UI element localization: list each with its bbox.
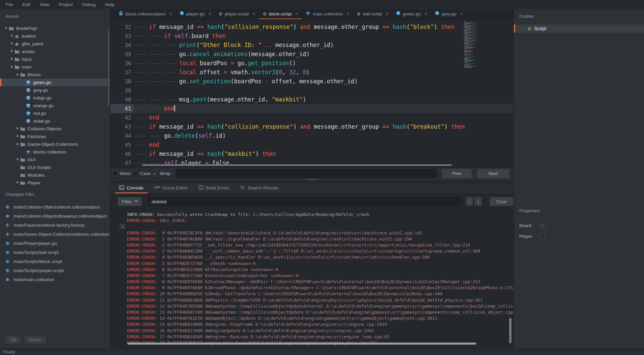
code-line-42[interactable]: 42end — [110, 113, 514, 122]
bottom-tab-curve-editor[interactable]: Curve Editor — [150, 183, 192, 193]
code-line-35[interactable]: 35go.cancel_animations(message.other_id) — [110, 50, 514, 59]
menu-file[interactable]: File — [6, 2, 13, 7]
tree-item-indigo-go[interactable]: indigo.go — [0, 94, 110, 102]
tree-item-gui[interactable]: GUI — [0, 156, 110, 164]
tree-item-factories[interactable]: Factories — [0, 133, 110, 140]
outline-item-script[interactable]: ⚙Script — [514, 25, 644, 33]
collapse-count-badge[interactable]: 2 — [120, 224, 125, 229]
player-checkbox[interactable] — [540, 233, 545, 239]
wrap-checkbox[interactable]: ✓ — [153, 171, 158, 176]
tree-item-main[interactable]: main — [0, 63, 110, 71]
changed-file-row[interactable]: main/Scripts/ball.script — [0, 248, 110, 257]
code-line-33[interactable]: 33if self.board then — [110, 32, 514, 41]
revert-button[interactable]: Revert — [25, 336, 46, 344]
menu-debug[interactable]: Debug — [82, 2, 96, 7]
code-line-32[interactable]: 32if message_id == hash("collision_respo… — [110, 23, 514, 32]
code-line-41[interactable]: 41end — [110, 104, 514, 113]
changed-file-row[interactable]: main/Scripts/block.script — [0, 257, 110, 266]
bottom-tab-build-errors[interactable]: Build Errors — [195, 183, 234, 193]
console-vertical-scrollbar[interactable] — [509, 318, 512, 343]
tab-grey-go[interactable]: grey.go× — [431, 9, 467, 19]
tree-item-gui-scripts[interactable]: GUI-Scripts — [0, 164, 110, 171]
tree-item-modules[interactable]: Modules — [0, 171, 110, 179]
menu-bar: FileEditViewProjectDebugHelp — [0, 0, 644, 9]
next-match-button[interactable]: › — [475, 197, 482, 206]
changed-file-row[interactable]: main/Collision-Objects/breakout.collisio… — [0, 212, 110, 221]
console-output[interactable]: INFO:CRASH: Successfully wrote Crashdump… — [110, 209, 514, 348]
tab-main-collection[interactable]: main.collection× — [302, 9, 353, 19]
tree-item-glfw-patch[interactable]: glfw_patch — [0, 40, 110, 48]
close-tab-icon[interactable]: × — [386, 11, 388, 16]
tab-green-go[interactable]: green.go× — [392, 9, 431, 19]
tree-item-red-go[interactable]: red.go — [0, 109, 110, 117]
board-checkbox[interactable]: ✓ — [540, 223, 545, 228]
find-wrap-option[interactable]: ✓ Wrap — [153, 171, 171, 176]
tree-item-orange-go[interactable]: orange.go — [0, 102, 110, 109]
changed-file-row[interactable]: main/Game-Object-Collections/blocks.coll… — [0, 230, 110, 239]
menu-view[interactable]: View — [40, 2, 49, 7]
close-tab-icon[interactable]: × — [253, 11, 255, 16]
word-checkbox[interactable] — [113, 171, 118, 176]
close-tab-icon[interactable]: × — [208, 11, 211, 16]
changed-file-row[interactable]: main/Factories/block-factory.factory — [0, 221, 110, 230]
console-filter-input[interactable] — [148, 197, 460, 206]
tab-block-script[interactable]: ⚙block.script× — [259, 9, 302, 19]
changed-file-row[interactable]: main/Scripts/player.script — [0, 266, 110, 275]
assets-scrollbar[interactable] — [108, 30, 109, 106]
tree-item-grey-go[interactable]: grey.go — [0, 86, 110, 94]
code-editor[interactable]: 32if message_id == hash("collision_respo… — [110, 20, 514, 167]
code-line-36[interactable]: 36local boardPos = go.get_position() — [110, 59, 514, 68]
changed-file-row[interactable]: main/Collision-Objects/block.collisionob… — [0, 203, 110, 212]
menu-edit[interactable]: Edit — [22, 2, 30, 7]
find-input[interactable] — [176, 169, 437, 178]
filter-dropdown[interactable]: Filter — [118, 197, 142, 206]
close-tab-icon[interactable]: × — [169, 11, 172, 16]
close-tab-icon[interactable]: × — [424, 11, 427, 16]
tab-player-go[interactable]: player.go× — [176, 9, 215, 19]
code-line-34[interactable]: 34print("Other Block ID: " .. message.ot… — [110, 41, 514, 50]
close-tab-icon[interactable]: × — [346, 11, 349, 16]
close-tab-icon[interactable]: × — [460, 11, 463, 16]
tree-item-player[interactable]: Player — [0, 179, 110, 187]
code-line-45[interactable]: 45end — [110, 140, 514, 149]
find-case-option[interactable]: Case — [133, 171, 151, 176]
code-line-40[interactable]: 40msg.post(message.other_id, "maskbit") — [110, 95, 514, 104]
bottom-tab-search-results[interactable]: Search Results — [236, 183, 282, 193]
find-word-option[interactable]: Word — [113, 171, 130, 176]
prev-match-button[interactable]: ‹ — [466, 197, 473, 206]
tree-item-input[interactable]: input — [0, 55, 110, 63]
code-line-47[interactable]: 47self.player = false — [110, 159, 514, 167]
bottom-tab-console[interactable]: Console — [115, 183, 148, 193]
tree-item-violet-go[interactable]: violet.go — [0, 117, 110, 125]
tree-item-game-object-collections[interactable]: Game-Object-Collections — [0, 140, 110, 148]
code-line-44[interactable]: 44go.delete(self.id) — [110, 131, 514, 140]
tree-item-assets[interactable]: assets — [0, 48, 110, 55]
changed-file-row[interactable]: main/main.collection — [0, 275, 110, 284]
console-horizontal-scrollbar[interactable] — [127, 343, 476, 345]
tree-item-blocks-collection[interactable]: blocks.collection — [0, 148, 110, 156]
tree-item-blocks[interactable]: Blocks — [0, 71, 110, 79]
tab-block-collisionobject[interactable]: block.collisionobject× — [115, 9, 176, 19]
editor-horizontal-scrollbar[interactable] — [142, 164, 452, 166]
code-line-43[interactable]: 43if message_id == hash("collision_respo… — [110, 122, 514, 131]
find-next-button[interactable]: Next — [477, 169, 509, 178]
code-line-39[interactable]: 39 — [110, 86, 514, 95]
minimap[interactable] — [464, 21, 476, 75]
case-checkbox[interactable] — [133, 171, 138, 176]
tree-item-collision-objects[interactable]: Collision-Objects — [0, 125, 110, 133]
tab-ball-script[interactable]: ⚙ball.script× — [353, 9, 392, 19]
clear-console-button[interactable]: Clear — [490, 197, 513, 206]
changed-file-row[interactable]: main/Player/player.go — [0, 239, 110, 248]
tree-item-breakpop-[interactable]: BreakPop! — [0, 25, 110, 32]
tree-item-green-go[interactable]: green.go — [0, 79, 110, 86]
menu-project[interactable]: Project — [59, 2, 73, 7]
code-line-37[interactable]: 37local offset = vmath.vector3(0, 32, 0) — [110, 68, 514, 77]
tree-item-builtins[interactable]: builtins — [0, 32, 110, 40]
tab-player-script[interactable]: ⚙player.script× — [215, 9, 259, 19]
close-tab-icon[interactable]: × — [296, 11, 298, 16]
code-line-38[interactable]: 38go.set_position(boardPos - offset, mes… — [110, 77, 514, 86]
menu-help[interactable]: Help — [105, 2, 114, 7]
code-line-46[interactable]: 46if message_id == hash("maskbit") then — [110, 149, 514, 159]
find-prev-button[interactable]: Prev — [442, 169, 472, 178]
diff-button[interactable]: Diff — [6, 336, 20, 344]
